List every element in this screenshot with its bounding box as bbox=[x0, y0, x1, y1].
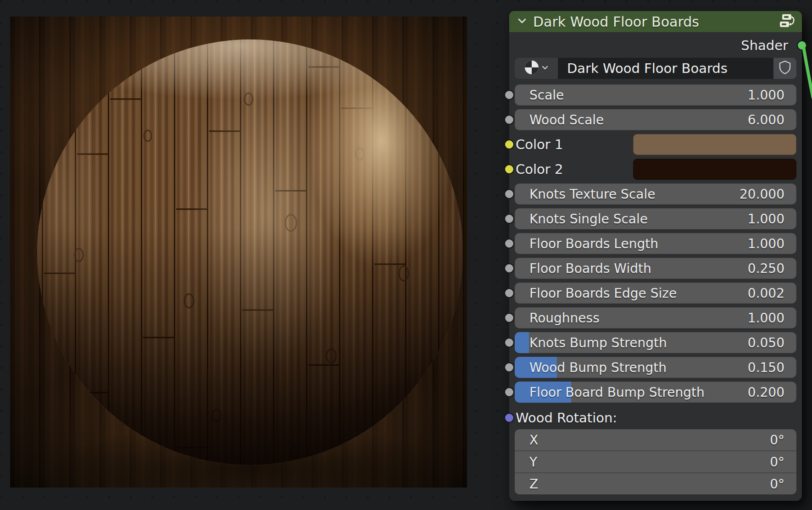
shield-icon bbox=[778, 60, 792, 77]
color-swatch[interactable] bbox=[633, 159, 796, 180]
number-field[interactable]: Knots Single Scale1.000 bbox=[515, 208, 796, 229]
input-socket[interactable] bbox=[504, 214, 514, 224]
number-field[interactable]: Roughness1.000 bbox=[515, 307, 796, 328]
node-dark-wood-floor-boards[interactable]: Dark Wood Floor Boards Shader bbox=[509, 11, 802, 501]
param-row-color-1: Color 1 bbox=[515, 134, 796, 155]
input-socket[interactable] bbox=[504, 189, 514, 199]
number-field[interactable]: Floor Boards Edge Size0.002 bbox=[515, 283, 796, 304]
material-preview-icon bbox=[524, 60, 539, 77]
vector-x-field[interactable]: X0° bbox=[515, 429, 796, 450]
param-row-knots-bump-strength: Knots Bump Strength0.050 bbox=[515, 332, 796, 353]
number-field[interactable]: Knots Texture Scale20.000 bbox=[515, 183, 796, 205]
number-field[interactable]: Floor Boards Length1.000 bbox=[515, 233, 796, 254]
node-group-icon bbox=[778, 13, 795, 30]
input-socket[interactable] bbox=[504, 263, 514, 273]
param-row-floor-boards-length: Floor Boards Length1.000 bbox=[515, 233, 796, 254]
chevron-down-icon bbox=[541, 64, 549, 73]
param-row-roughness: Roughness1.000 bbox=[515, 307, 796, 328]
number-field[interactable]: Wood Scale6.000 bbox=[515, 109, 796, 130]
param-row-wood-bump-strength: Wood Bump Strength0.150 bbox=[515, 357, 796, 378]
output-row-shader: Shader bbox=[515, 35, 796, 56]
input-socket[interactable] bbox=[504, 115, 514, 125]
input-socket[interactable] bbox=[504, 139, 514, 150]
node-title: Dark Wood Floor Boards bbox=[533, 14, 773, 30]
number-field[interactable]: Floor Boards Width0.250 bbox=[515, 258, 796, 279]
shader-output-socket[interactable] bbox=[797, 40, 807, 50]
param-row-color-2: Color 2 bbox=[515, 159, 796, 180]
param-row-knots-texture-scale: Knots Texture Scale20.000 bbox=[515, 183, 796, 205]
input-socket[interactable] bbox=[504, 413, 514, 423]
node-editor-canvas[interactable]: Dark Wood Floor Boards Shader bbox=[0, 0, 812, 510]
slider-fill bbox=[515, 332, 529, 353]
param-row-floor-boards-width: Floor Boards Width0.250 bbox=[515, 258, 796, 279]
param-row-wood-scale: Wood Scale6.000 bbox=[515, 109, 796, 130]
param-row-wood-rotation: Wood Rotation: bbox=[515, 407, 796, 428]
wood-rotation-vector-group: X0° Y0° Z0° bbox=[515, 429, 796, 494]
node-header[interactable]: Dark Wood Floor Boards bbox=[509, 11, 802, 32]
wood-rotation-label: Wood Rotation: bbox=[516, 410, 617, 426]
input-socket[interactable] bbox=[504, 362, 514, 372]
param-row-knots-single-scale: Knots Single Scale1.000 bbox=[515, 208, 796, 229]
input-socket[interactable] bbox=[504, 387, 514, 397]
node-tree-name-field[interactable]: Dark Wood Floor Boards bbox=[558, 58, 773, 79]
vector-z-field[interactable]: Z0° bbox=[515, 472, 796, 494]
node-tree-selector: Dark Wood Floor Boards bbox=[515, 58, 796, 79]
param-row-floor-board-bump-strength: Floor Board Bump Strength0.200 bbox=[515, 382, 796, 403]
material-preview-render bbox=[10, 17, 467, 488]
input-socket[interactable] bbox=[504, 90, 514, 100]
input-socket[interactable] bbox=[504, 288, 514, 298]
slider-field[interactable]: Knots Bump Strength0.050 bbox=[515, 332, 796, 353]
input-socket[interactable] bbox=[504, 313, 514, 323]
input-socket[interactable] bbox=[504, 338, 514, 348]
fake-user-button[interactable] bbox=[773, 58, 796, 79]
input-socket[interactable] bbox=[504, 238, 514, 249]
vector-y-field[interactable]: Y0° bbox=[515, 450, 796, 472]
node-tree-browse-button[interactable] bbox=[515, 58, 558, 79]
slider-field[interactable]: Floor Board Bump Strength0.200 bbox=[515, 382, 796, 403]
slider-field[interactable]: Wood Bump Strength0.150 bbox=[515, 357, 796, 378]
chevron-down-icon[interactable] bbox=[516, 14, 528, 29]
color-swatch[interactable] bbox=[633, 134, 796, 155]
output-label: Shader bbox=[741, 38, 788, 53]
input-socket[interactable] bbox=[504, 164, 514, 174]
param-row-floor-boards-edge-size: Floor Boards Edge Size0.002 bbox=[515, 283, 796, 304]
param-row-scale: Scale1.000 bbox=[515, 84, 796, 105]
number-field[interactable]: Scale1.000 bbox=[515, 84, 796, 105]
